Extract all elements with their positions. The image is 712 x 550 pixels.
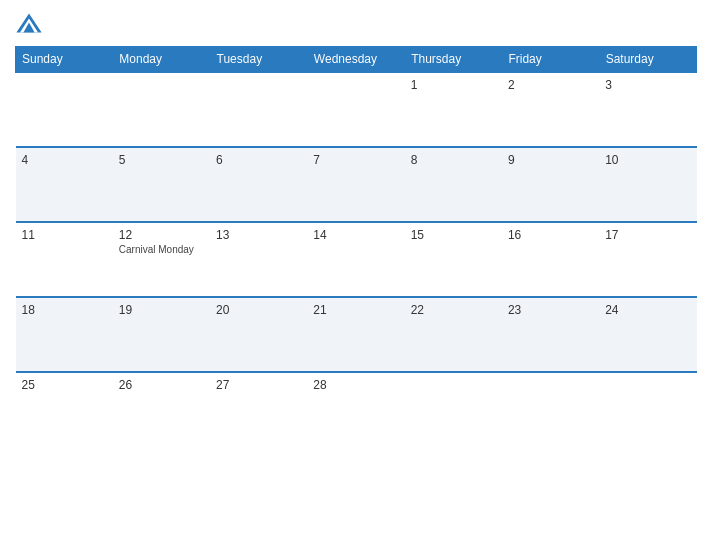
weekday-header-cell: Saturday bbox=[599, 47, 696, 73]
calendar-cell bbox=[210, 72, 307, 147]
day-number: 7 bbox=[313, 153, 398, 167]
calendar-cell: 21 bbox=[307, 297, 404, 372]
day-number: 5 bbox=[119, 153, 204, 167]
calendar-cell: 13 bbox=[210, 222, 307, 297]
day-number: 10 bbox=[605, 153, 690, 167]
calendar-cell: 19 bbox=[113, 297, 210, 372]
weekday-header-cell: Tuesday bbox=[210, 47, 307, 73]
weekday-header: SundayMondayTuesdayWednesdayThursdayFrid… bbox=[16, 47, 697, 73]
calendar-cell: 17 bbox=[599, 222, 696, 297]
calendar-cell bbox=[307, 72, 404, 147]
calendar-week-row: 1112Carnival Monday1314151617 bbox=[16, 222, 697, 297]
day-number: 22 bbox=[411, 303, 496, 317]
day-number: 19 bbox=[119, 303, 204, 317]
calendar-cell: 8 bbox=[405, 147, 502, 222]
calendar-cell bbox=[405, 372, 502, 447]
day-number: 12 bbox=[119, 228, 204, 242]
day-number: 6 bbox=[216, 153, 301, 167]
calendar-week-row: 18192021222324 bbox=[16, 297, 697, 372]
calendar-cell: 10 bbox=[599, 147, 696, 222]
day-number: 24 bbox=[605, 303, 690, 317]
calendar-cell: 11 bbox=[16, 222, 113, 297]
day-number: 18 bbox=[22, 303, 107, 317]
weekday-header-cell: Sunday bbox=[16, 47, 113, 73]
calendar-cell bbox=[599, 372, 696, 447]
calendar-cell: 15 bbox=[405, 222, 502, 297]
calendar-cell bbox=[502, 372, 599, 447]
day-number: 27 bbox=[216, 378, 301, 392]
day-number: 9 bbox=[508, 153, 593, 167]
day-number: 16 bbox=[508, 228, 593, 242]
weekday-header-cell: Friday bbox=[502, 47, 599, 73]
weekday-header-cell: Thursday bbox=[405, 47, 502, 73]
calendar-cell: 6 bbox=[210, 147, 307, 222]
day-number: 20 bbox=[216, 303, 301, 317]
calendar-cell: 5 bbox=[113, 147, 210, 222]
calendar-cell bbox=[16, 72, 113, 147]
calendar-table: SundayMondayTuesdayWednesdayThursdayFrid… bbox=[15, 46, 697, 447]
calendar-cell: 7 bbox=[307, 147, 404, 222]
calendar-header-row: SundayMondayTuesdayWednesdayThursdayFrid… bbox=[16, 47, 697, 73]
calendar-cell: 18 bbox=[16, 297, 113, 372]
day-number: 4 bbox=[22, 153, 107, 167]
calendar-container: SundayMondayTuesdayWednesdayThursdayFrid… bbox=[0, 0, 712, 550]
day-number: 28 bbox=[313, 378, 398, 392]
calendar-cell: 25 bbox=[16, 372, 113, 447]
calendar-week-row: 45678910 bbox=[16, 147, 697, 222]
calendar-week-row: 25262728 bbox=[16, 372, 697, 447]
day-number: 23 bbox=[508, 303, 593, 317]
logo bbox=[15, 10, 45, 38]
weekday-header-cell: Wednesday bbox=[307, 47, 404, 73]
calendar-week-row: 123 bbox=[16, 72, 697, 147]
event-label: Carnival Monday bbox=[119, 244, 204, 255]
calendar-cell: 1 bbox=[405, 72, 502, 147]
calendar-cell: 4 bbox=[16, 147, 113, 222]
day-number: 25 bbox=[22, 378, 107, 392]
day-number: 21 bbox=[313, 303, 398, 317]
day-number: 3 bbox=[605, 78, 690, 92]
calendar-cell: 22 bbox=[405, 297, 502, 372]
calendar-cell: 12Carnival Monday bbox=[113, 222, 210, 297]
day-number: 13 bbox=[216, 228, 301, 242]
calendar-cell: 20 bbox=[210, 297, 307, 372]
weekday-header-cell: Monday bbox=[113, 47, 210, 73]
day-number: 1 bbox=[411, 78, 496, 92]
calendar-body: 123456789101112Carnival Monday1314151617… bbox=[16, 72, 697, 447]
calendar-cell: 27 bbox=[210, 372, 307, 447]
day-number: 11 bbox=[22, 228, 107, 242]
calendar-header bbox=[15, 10, 697, 38]
calendar-cell: 14 bbox=[307, 222, 404, 297]
calendar-cell: 9 bbox=[502, 147, 599, 222]
calendar-cell: 3 bbox=[599, 72, 696, 147]
day-number: 26 bbox=[119, 378, 204, 392]
day-number: 15 bbox=[411, 228, 496, 242]
day-number: 2 bbox=[508, 78, 593, 92]
day-number: 17 bbox=[605, 228, 690, 242]
calendar-cell: 23 bbox=[502, 297, 599, 372]
calendar-cell: 26 bbox=[113, 372, 210, 447]
calendar-cell: 2 bbox=[502, 72, 599, 147]
calendar-cell bbox=[113, 72, 210, 147]
day-number: 8 bbox=[411, 153, 496, 167]
calendar-cell: 28 bbox=[307, 372, 404, 447]
calendar-cell: 24 bbox=[599, 297, 696, 372]
day-number: 14 bbox=[313, 228, 398, 242]
calendar-cell: 16 bbox=[502, 222, 599, 297]
generalblue-icon bbox=[15, 10, 43, 38]
